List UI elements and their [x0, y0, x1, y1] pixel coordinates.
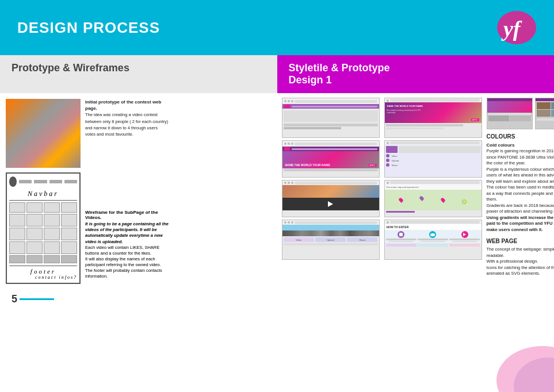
video-player — [282, 198, 379, 210]
webpage-section-title: WEB PAGE — [487, 237, 555, 245]
wf-row-5 — [9, 255, 77, 263]
wf-cell — [9, 255, 25, 263]
section-left-label: Prototype & Wireframes — [0, 55, 277, 93]
right-panel: NAME THE WORLD YOUR NAME APPLY — [277, 93, 555, 290]
proto-body-2: Video Upload Share — [385, 141, 482, 177]
url-bar — [390, 181, 480, 184]
proto-screenshot-3: Our entire map and experience! — [384, 180, 482, 217]
wf-cell — [44, 241, 60, 254]
browser-dot-3 — [291, 143, 293, 145]
wf-cell — [9, 228, 25, 240]
proto-screenshot-1: NAME THE WORLD YOUR NAME Be a student on… — [384, 98, 482, 138]
screenshot-body-2: NAME THE WORLD YOUR NAME APPLY — [282, 147, 379, 177]
photo-image — [6, 99, 81, 168]
screenshot-body-3 — [282, 180, 379, 217]
colours-text-4-bold: Using gradients will increase the attent… — [487, 215, 555, 232]
browser-dot — [387, 182, 389, 184]
wireframe-footer: footer contact infos? — [9, 266, 77, 280]
screenshot-4: Video Upload Share — [282, 220, 380, 260]
wf-row-4 — [9, 241, 77, 254]
browser-dot — [291, 221, 293, 224]
nav-item-3 — [49, 180, 62, 183]
colours-text-4-plain: Gradients are back in 2018 because of th… — [487, 203, 555, 214]
webpage-text-1: The concept of the webpage: simple and r… — [487, 247, 555, 258]
section-right-label: Styletile & Prototype Design 1 — [277, 55, 555, 93]
logo-icon: yf — [496, 10, 537, 45]
proto-screenshot-4: HOW TO ENTER — [384, 220, 482, 260]
colour-screenshot-1 — [487, 98, 533, 129]
url-bar-3 — [295, 182, 377, 185]
browser-dot — [288, 221, 290, 224]
browser-dot — [284, 221, 286, 224]
url-bar-2 — [295, 143, 377, 145]
browser-dot — [387, 99, 389, 102]
wf-desc-4: The footer will probably contain contact… — [85, 268, 162, 279]
browser-dot-1 — [284, 143, 286, 145]
screenshot-1 — [282, 98, 380, 138]
proto-screenshot-2: Video Upload Share — [384, 140, 482, 178]
url-bar — [295, 100, 377, 103]
browser-dot — [284, 182, 286, 184]
colours-text-1: Purple is gaining recognition in 2018, e… — [487, 148, 555, 166]
wf-row-2 — [9, 214, 77, 226]
left-text-area: Initial prototype of the contest web pag… — [85, 99, 169, 284]
wireframe-navbar: Navbar — [9, 176, 77, 201]
wf-cell — [26, 241, 43, 254]
colours-text-3: The colour has been used in meditation r… — [487, 185, 555, 202]
wf-cell — [61, 202, 77, 213]
url-bar — [390, 141, 480, 144]
svg-text:yf: yf — [501, 17, 522, 41]
nav-circle — [9, 176, 17, 187]
wf-cell — [9, 202, 25, 213]
wf-cell — [44, 214, 60, 226]
header: DESIGN PROCESS yf — [0, 0, 554, 55]
prototype-photo — [6, 99, 81, 168]
page-title: DESIGN PROCESS — [17, 19, 160, 37]
wf-cell — [44, 255, 60, 263]
colour-screenshots — [487, 98, 555, 129]
play-button-icon — [328, 201, 333, 207]
colours-body: Purple is gaining recognition in 2018, e… — [487, 148, 555, 233]
browser-dot-3 — [291, 100, 293, 102]
wf-cell — [9, 241, 25, 254]
wf-cell — [61, 214, 77, 226]
screenshot-2: NAME THE WORLD YOUR NAME APPLY — [282, 140, 380, 178]
initial-proto-description: Initial prototype of the contest web pag… — [85, 99, 169, 137]
wireframe-desc-text: It is going to be a page containing all … — [85, 221, 169, 279]
browser-dot — [291, 182, 293, 184]
browser-dot-1 — [284, 100, 286, 102]
browser-header-2 — [282, 141, 379, 147]
prototype-column: NAME THE WORLD YOUR NAME Be a student on… — [384, 98, 482, 285]
wf-cell — [61, 241, 77, 254]
footer-label: footer — [9, 268, 77, 275]
wf-cell — [44, 202, 60, 213]
webpage-text-2: With a professional design. — [487, 259, 538, 264]
page-footer: 5 — [0, 290, 554, 309]
nav-item-1 — [19, 180, 32, 183]
browser-dot — [387, 142, 389, 144]
nav-item-4 — [64, 180, 77, 183]
wf-cell — [26, 228, 43, 240]
proto-body-4: HOW TO ENTER — [385, 220, 482, 259]
wf-desc-3: It will also display the names of each p… — [85, 256, 161, 267]
screenshot-body-4: Video Upload Share — [282, 220, 379, 259]
styletile-column: NAME THE WORLD YOUR NAME APPLY — [282, 98, 380, 285]
wf-row-1 — [9, 202, 77, 213]
wireframe-diagram: Navbar — [6, 172, 81, 284]
wf-cell — [44, 228, 60, 240]
screenshot-body — [282, 104, 379, 137]
screenshot-3 — [282, 180, 380, 217]
contact-label: contact infos? — [9, 275, 77, 280]
url-bar-4 — [295, 221, 377, 224]
url-bar — [390, 99, 480, 102]
browser-header — [282, 98, 379, 104]
wf-cell — [61, 255, 77, 263]
footer-decorative-line — [20, 298, 54, 300]
colour-screenshot-2 — [535, 98, 555, 129]
colours-text-2: Purple is a mysterious colour which will… — [487, 167, 555, 184]
wf-desc-2: Each video will contain LIKES, SHARE but… — [85, 245, 159, 256]
wf-cell — [26, 255, 43, 263]
proto-body: The idea was creating a video contest be… — [85, 112, 168, 137]
section-bar: Prototype & Wireframes Styletile & Proto… — [0, 55, 554, 93]
main-content: Navbar — [0, 93, 554, 290]
